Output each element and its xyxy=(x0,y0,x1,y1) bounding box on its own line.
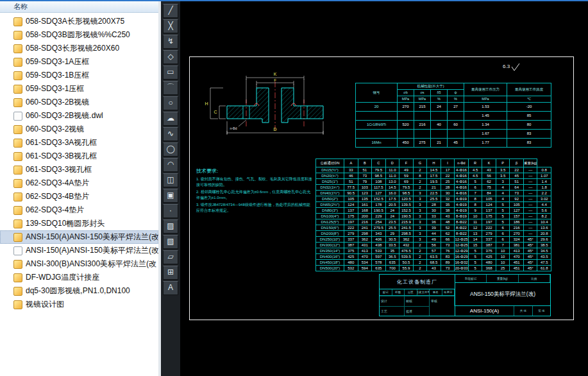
list-item[interactable]: 060-SDQ3-2B视镜.dwl xyxy=(0,109,158,123)
list-item[interactable]: 061-SDQ3-3视孔框 xyxy=(0,163,158,176)
dwg-file-icon xyxy=(13,260,22,269)
list-item[interactable]: 视镜设计图 xyxy=(0,298,158,311)
tech-notes-title: 技术要求: xyxy=(196,167,313,175)
list-item[interactable]: 060-SDQ3-2B视镜 xyxy=(0,96,158,109)
list-item[interactable]: 059-SDQ3-1B压框 xyxy=(0,69,158,82)
table-row: DN200(8″)27929834329298.5344628-Φ2213279… xyxy=(316,231,551,237)
cell: 83 xyxy=(507,139,551,148)
rating-col-temperature: 最高使用工作温度 xyxy=(507,83,551,96)
list-item[interactable]: 058-SDQ3B圆形视镜%%C250 xyxy=(0,28,158,42)
point-tool[interactable]: · xyxy=(163,204,178,218)
cell: 324 xyxy=(510,237,524,243)
arc-tool[interactable]: ⌒ xyxy=(163,81,178,95)
cell: 157 xyxy=(510,214,524,219)
cell: — xyxy=(523,167,537,173)
line-tool[interactable]: ╱ xyxy=(163,4,178,18)
tech-notes-list: 1. 密封面不得有划伤、撞伤、气孔、裂纹、毛刺及其它降低强度和连接可靠性的缺陷。… xyxy=(196,176,313,214)
dim-H: H xyxy=(205,101,208,106)
cad-canvas[interactable]: K F D C H n-Φd 6.3 钢号 xyxy=(180,1,588,376)
polygon-tool[interactable]: ◇ xyxy=(163,50,178,64)
cell: 4-Φ19 xyxy=(455,202,469,208)
list-item[interactable]: 061-SDQ3-3B视孔框 xyxy=(0,150,158,163)
circle-tool[interactable]: ○ xyxy=(163,96,178,110)
list-item[interactable]: dq5-30圆形视镜,PN1.0,DN100 xyxy=(0,284,158,298)
cell: 4-Φ16 xyxy=(455,173,469,179)
cell: 480 xyxy=(344,260,358,266)
dwg-file-icon xyxy=(13,17,22,26)
list-item[interactable]: 060-SDQ3-2视镜 xyxy=(0,123,158,136)
list-item[interactable]: 062-SDQ3-4垫片 xyxy=(0,203,158,217)
dwg-file-icon xyxy=(13,219,22,228)
cell: 1.77 xyxy=(464,139,507,148)
insert-block-tool[interactable]: ◫ xyxy=(163,173,178,187)
region-tool[interactable]: ▱ xyxy=(163,250,178,264)
list-item[interactable]: 139-SDQ10椭圆形封头 xyxy=(0,217,158,230)
gradient-tool[interactable]: ▧ xyxy=(163,235,178,249)
cell: 175 xyxy=(344,214,358,219)
cell: DN150(6″) xyxy=(316,225,344,231)
list-item[interactable]: 058-SDQ3A长形视镜200X75 xyxy=(0,15,158,28)
spline-tool[interactable]: ∿ xyxy=(163,127,178,141)
list-item[interactable]: 062-SDQ3-4B垫片 xyxy=(0,190,158,203)
column-header: F xyxy=(399,159,414,167)
cell: 3 xyxy=(413,225,427,231)
polyline-tool[interactable]: ↯ xyxy=(163,35,178,49)
material-rating-table: 钢号 机械性能(不大于) 最高使用工作压力 最高使用工作温度 σb σs δ5 … xyxy=(355,83,551,148)
name-column-header[interactable]: 名称 xyxy=(0,1,158,13)
list-item[interactable]: 059-SDQ3-1A压框 xyxy=(0,55,158,69)
list-item[interactable]: 058-SDQ3长形视镜260X60 xyxy=(0,42,158,55)
ellipse-arc-tool[interactable]: ◠ xyxy=(163,158,178,172)
rectangle-tool[interactable]: ▭ xyxy=(163,65,178,80)
cell: 279 xyxy=(344,231,358,237)
list-item[interactable]: ANSI-150(A)ANSI-150美标平焊法兰(改 xyxy=(0,230,158,244)
cell: 406 xyxy=(372,237,386,243)
dwg-file-icon xyxy=(13,58,22,67)
table-row: 2027021524271.53-20 xyxy=(356,103,551,112)
cell: 152.5 xyxy=(399,208,414,214)
revision-header-row: 标记处数分区更改文件号签名年月日 xyxy=(380,289,455,296)
ellipse-tool[interactable]: ◯ xyxy=(163,142,178,157)
cell: 298.5 xyxy=(399,231,414,237)
dwg-file-icon xyxy=(13,300,22,309)
cell: 36 xyxy=(427,219,441,225)
table-row: 1Cr18Ni9Ti52021640601.3480 xyxy=(356,121,551,130)
signature-label: 批准 xyxy=(405,306,430,316)
cell: 28 xyxy=(427,202,441,208)
make-block-tool[interactable]: ▣ xyxy=(163,189,178,203)
cell: 438 xyxy=(372,243,386,248)
cell: 3.5 xyxy=(496,167,510,173)
table-tool[interactable]: ⊞ xyxy=(163,266,178,280)
file-name: 062-SDQ3-4B垫片 xyxy=(26,191,89,202)
rating-subcol: δ5 xyxy=(431,90,448,96)
list-item[interactable]: 061-SDQ3-3A视孔框 xyxy=(0,136,158,150)
dim-D: D xyxy=(273,127,276,132)
revision-cloud-tool[interactable]: ☁ xyxy=(163,112,178,126)
list-item[interactable]: DF-WDJG温度计接座 xyxy=(0,271,158,284)
list-item[interactable]: 062-SDQ3-4A垫片 xyxy=(0,176,158,190)
column-header: G xyxy=(413,159,427,167)
rating-unit: MPa xyxy=(398,96,414,103)
hatch-tool[interactable]: ▨ xyxy=(163,219,178,234)
list-item[interactable]: ANSI-300(B)ANSI300美标平焊法兰(改 xyxy=(0,257,158,271)
list-item[interactable]: 059-SDQ3-1压框 xyxy=(0,82,158,96)
dwg-file-icon xyxy=(13,125,22,134)
cell: DN15(½″) xyxy=(316,167,344,173)
list-item[interactable]: ANSI-150(A)ANSI-150美标平焊法兰(改 xyxy=(0,244,158,257)
cell: DN80(3″) xyxy=(316,208,344,214)
cell: 139.5 xyxy=(399,202,414,208)
cell: 254 xyxy=(372,219,386,225)
column-header: B xyxy=(358,159,372,167)
cell: 161 xyxy=(358,202,372,208)
file-name: 061-SDQ3-3B视孔框 xyxy=(26,151,97,162)
file-name: 060-SDQ3-2视镜 xyxy=(26,124,84,135)
construction-line-tool[interactable]: ╳ xyxy=(163,19,178,33)
dwg-file-icon xyxy=(13,139,22,148)
tech-notes: 技术要求: 1. 密封面不得有划伤、撞伤、气孔、裂纹、毛刺及其它降低强度和连接可… xyxy=(196,167,313,215)
mtext-tool[interactable]: A xyxy=(163,281,178,295)
rating-subcol: σs xyxy=(414,90,431,96)
cell: 62 xyxy=(482,179,496,185)
cell: 5.6 xyxy=(537,208,551,214)
cell: 451 xyxy=(510,260,524,266)
cell: 2 xyxy=(413,185,427,191)
cell: 40 xyxy=(431,121,448,130)
